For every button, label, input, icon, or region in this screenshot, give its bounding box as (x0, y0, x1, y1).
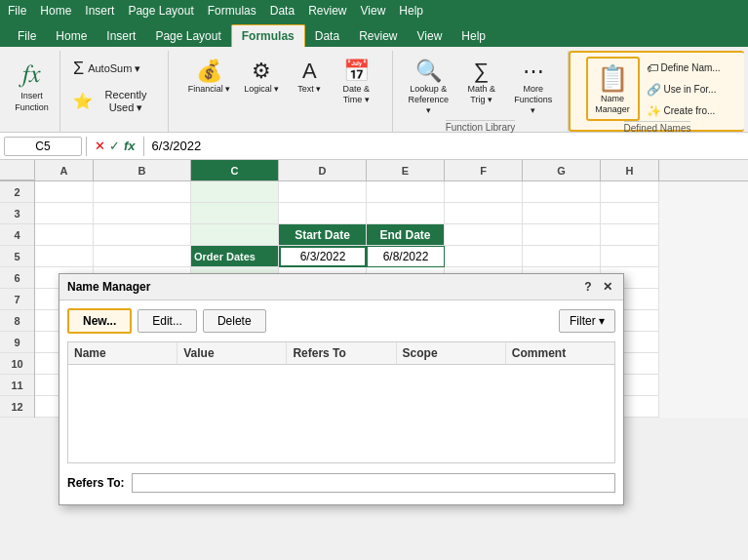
cell-a5[interactable] (35, 246, 94, 267)
tab-file[interactable]: File (8, 25, 46, 47)
insert-fn-icon[interactable]: fx (124, 139, 136, 153)
row-3[interactable]: 3 (0, 203, 34, 224)
cell-b4[interactable] (94, 224, 191, 246)
cell-d4[interactable]: Start Date (279, 224, 367, 246)
cell-g2[interactable] (523, 181, 601, 203)
menu-review[interactable]: Review (308, 4, 346, 18)
row-10[interactable]: 10 (0, 353, 34, 375)
col-header-f[interactable]: F (445, 160, 523, 180)
tab-data[interactable]: Data (305, 25, 349, 47)
cell-f3[interactable] (445, 203, 523, 224)
menu-file[interactable]: File (8, 4, 26, 18)
cell-b3[interactable] (94, 203, 191, 224)
dialog-help-button[interactable]: ? (580, 279, 596, 295)
tab-help[interactable]: Help (452, 25, 495, 47)
col-header-h[interactable]: H (601, 160, 659, 180)
filter-button[interactable]: Filter ▾ (559, 309, 615, 333)
menu-home[interactable]: Home (40, 4, 71, 18)
tab-home[interactable]: Home (46, 25, 97, 47)
tab-view[interactable]: View (408, 25, 453, 47)
cell-d2[interactable] (279, 181, 367, 203)
insert-function-button[interactable]: 𝑓𝑥 InsertFunction (8, 55, 57, 118)
cell-f5[interactable] (445, 246, 523, 267)
col-header-d[interactable]: D (279, 160, 367, 180)
tab-review[interactable]: Review (349, 25, 407, 47)
row-6[interactable]: 6 (0, 267, 34, 289)
create-from-button[interactable]: ✨ Create fro... (642, 101, 729, 121)
cell-e5-end-date[interactable]: 6/8/2022 (367, 246, 445, 267)
cell-b5[interactable] (94, 246, 191, 267)
edit-name-button[interactable]: Edit... (138, 309, 197, 333)
cell-f2[interactable] (445, 181, 523, 203)
dialog-close-button[interactable]: ✕ (600, 279, 615, 295)
cell-f4[interactable] (445, 224, 523, 246)
row-12[interactable]: 12 (0, 396, 34, 418)
define-name-button[interactable]: 🏷 Define Nam... (642, 59, 729, 78)
formula-input[interactable]: 6/3/2022 (148, 137, 744, 155)
name-manager-button[interactable]: 📋 NameManager (586, 57, 640, 121)
cell-h2[interactable] (601, 181, 659, 203)
cell-g3[interactable] (523, 203, 601, 224)
logical-button[interactable]: ⚙ Logical ▾ (239, 55, 284, 99)
cell-c2[interactable] (191, 181, 279, 203)
row-8[interactable]: 8 (0, 310, 34, 332)
new-name-button[interactable]: New... (67, 308, 132, 334)
cell-h3[interactable] (601, 203, 659, 224)
cell-e4[interactable]: End Date (367, 224, 445, 246)
col-header-g[interactable]: G (523, 160, 601, 180)
cell-b2[interactable] (94, 181, 191, 203)
formula-bar: ✕ ✓ fx 6/3/2022 (0, 133, 748, 160)
lookup-reference-button[interactable]: 🔍 Lookup &Reference ▾ (401, 55, 456, 120)
tab-formulas[interactable]: Formulas (231, 24, 305, 47)
define-name-icon: 🏷 (647, 61, 658, 75)
row-2[interactable]: 2 (0, 181, 34, 203)
menu-help[interactable]: Help (399, 4, 423, 18)
col-header-a[interactable]: A (35, 160, 94, 180)
cell-d3[interactable] (279, 203, 367, 224)
row-5[interactable]: 5 (0, 246, 34, 267)
name-manager-label: NameManager (595, 94, 630, 115)
refers-to-input[interactable] (132, 473, 615, 493)
row-4[interactable]: 4 (0, 224, 34, 246)
financial-button[interactable]: 💰 Financial ▾ (183, 55, 236, 99)
table-row: Start Date End Date (35, 224, 748, 246)
cell-d5-start-date[interactable]: 6/3/2022 (279, 246, 367, 267)
cancel-icon[interactable]: ✕ (95, 139, 105, 153)
cell-h5[interactable] (601, 246, 659, 267)
name-box[interactable] (4, 137, 82, 156)
cell-a2[interactable] (35, 181, 94, 203)
table-body (68, 365, 614, 462)
cell-c5-order-dates[interactable]: Order Dates (191, 246, 279, 267)
col-header-e[interactable]: E (367, 160, 445, 180)
cell-c4[interactable] (191, 224, 279, 246)
delete-name-button[interactable]: Delete (203, 309, 266, 333)
menu-formulas[interactable]: Formulas (208, 4, 256, 18)
menu-data[interactable]: Data (270, 4, 295, 18)
tab-page-layout[interactable]: Page Layout (145, 25, 230, 47)
cell-e2[interactable] (367, 181, 445, 203)
cell-g4[interactable] (523, 224, 601, 246)
row-7[interactable]: 7 (0, 289, 34, 310)
math-trig-button[interactable]: ∑ Math &Trig ▾ (460, 55, 503, 109)
cell-h4[interactable] (601, 224, 659, 246)
row-11[interactable]: 11 (0, 375, 34, 396)
confirm-icon[interactable]: ✓ (109, 139, 120, 153)
cell-c3[interactable] (191, 203, 279, 224)
cell-a4[interactable] (35, 224, 94, 246)
cell-a3[interactable] (35, 203, 94, 224)
col-header-b[interactable]: B (94, 160, 191, 180)
row-9[interactable]: 9 (0, 332, 34, 353)
more-functions-button[interactable]: ⋯ MoreFunctions ▾ (507, 55, 560, 120)
menu-page-layout[interactable]: Page Layout (128, 4, 193, 18)
date-time-button[interactable]: 📅 Date &Time ▾ (335, 55, 377, 109)
autosum-button[interactable]: Σ AutoSum ▾ (68, 55, 146, 84)
use-in-formula-button[interactable]: 🔗 Use in For... (642, 80, 729, 100)
cell-e3[interactable] (367, 203, 445, 224)
menu-insert[interactable]: Insert (85, 4, 114, 18)
menu-view[interactable]: View (361, 4, 386, 18)
col-header-c[interactable]: C (191, 160, 279, 180)
tab-insert[interactable]: Insert (97, 25, 145, 47)
text-button[interactable]: A Text ▾ (288, 55, 331, 99)
cell-g5[interactable] (523, 246, 601, 267)
recently-used-button[interactable]: ⭐ Recently Used ▾ (68, 85, 160, 118)
